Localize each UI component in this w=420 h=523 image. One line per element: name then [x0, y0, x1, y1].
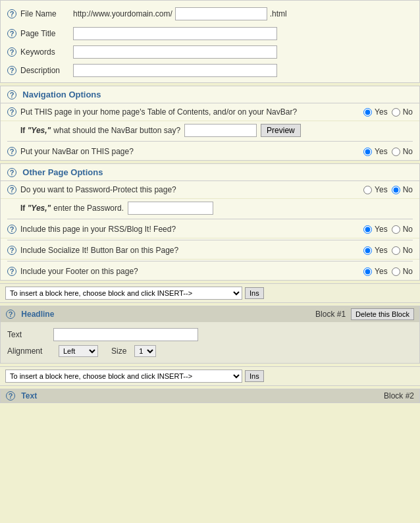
footer-yes-label[interactable]: Yes — [363, 267, 388, 276]
rss-no-text: No — [403, 225, 413, 234]
page-title-help-icon[interactable]: ? — [7, 29, 16, 38]
insert-block-1-select[interactable]: To insert a block here, choose block and… — [5, 287, 242, 300]
nav-help-icon[interactable]: ? — [7, 90, 16, 99]
block-2-number: Block #2 — [384, 391, 414, 400]
keywords-input[interactable] — [73, 45, 277, 59]
description-help-icon[interactable]: ? — [7, 66, 16, 75]
rss-help-icon[interactable]: ? — [7, 225, 16, 234]
socialize-yes-text: Yes — [375, 246, 388, 255]
password-input[interactable] — [128, 202, 213, 215]
insert-block-2-button[interactable]: Ins — [245, 370, 264, 382]
alignment-label: Alignment — [7, 346, 53, 356]
password-no-label[interactable]: No — [392, 185, 413, 194]
password-yes-text: Yes — [375, 185, 388, 194]
size-label: Size — [111, 346, 126, 356]
insert-block-1-row: To insert a block here, choose block and… — [0, 283, 420, 303]
toc-yes-radio[interactable] — [363, 108, 372, 117]
footer-no-radio[interactable] — [392, 267, 400, 276]
headline-text-label: Text — [7, 330, 53, 339]
page-title-label: Page Title — [20, 29, 73, 38]
footer-yes-text: Yes — [375, 267, 388, 276]
text-alignment-row: Alignment Left Center Right Size 1 2 3 4… — [7, 343, 413, 359]
socialize-no-text: No — [403, 246, 413, 255]
toc-help-icon[interactable]: ? — [7, 107, 16, 117]
navbar-no-text: No — [403, 147, 413, 156]
navbar-yes-radio[interactable] — [363, 148, 372, 156]
toc-yes-label[interactable]: Yes — [363, 107, 388, 117]
navbar-button-text-input[interactable] — [184, 124, 257, 137]
description-input[interactable] — [73, 64, 277, 77]
description-label: Description — [20, 66, 73, 75]
password-help-icon[interactable]: ? — [7, 185, 16, 194]
password-no-text: No — [403, 185, 413, 194]
password-if-label: If "Yes," — [20, 204, 51, 213]
rss-no-radio[interactable] — [392, 225, 400, 234]
size-select[interactable]: 1 2 3 4 5 6 — [134, 345, 156, 357]
delete-block-1-button[interactable]: Delete this Block — [351, 308, 414, 320]
toc-yes-text: Yes — [375, 107, 388, 117]
text-block-help-icon[interactable]: ? — [6, 391, 15, 400]
file-name-input[interactable] — [175, 7, 267, 20]
rss-yes-label[interactable]: Yes — [363, 225, 388, 234]
password-yes-radio[interactable] — [363, 186, 372, 194]
page-title-input[interactable] — [73, 27, 277, 40]
socialize-help-icon[interactable]: ? — [7, 246, 16, 255]
toc-no-radio[interactable] — [392, 108, 400, 117]
file-name-help-icon[interactable]: ? — [7, 9, 16, 18]
footer-no-label[interactable]: No — [392, 267, 413, 276]
password-question: Do you want to Password-Protect this pag… — [20, 185, 363, 194]
toc-no-label[interactable]: No — [392, 107, 413, 117]
alignment-select[interactable]: Left Center Right — [59, 345, 98, 357]
file-name-label: File Name — [20, 9, 73, 18]
other-help-icon[interactable]: ? — [7, 168, 16, 177]
footer-no-text: No — [403, 267, 413, 276]
socialize-no-label[interactable]: No — [392, 246, 413, 255]
insert-block-2-select[interactable]: To insert a block here, choose block and… — [5, 370, 242, 383]
navbar-no-radio[interactable] — [392, 148, 400, 156]
headline-block-title: ? Headline — [6, 310, 54, 319]
headline-title-text: Headline — [21, 310, 54, 319]
insert-block-1-button[interactable]: Ins — [245, 287, 264, 299]
keywords-label: Keywords — [20, 47, 73, 57]
navbar-if-label: If "Yes," — [20, 126, 51, 135]
footer-yes-radio[interactable] — [363, 267, 372, 276]
nav-title: Navigation Options — [22, 90, 101, 99]
file-name-suffix: .html — [270, 9, 287, 18]
file-name-prefix: http://www.yourdomain.com/ — [73, 9, 172, 18]
navbar-yes-label[interactable]: Yes — [363, 147, 388, 156]
headline-help-icon[interactable]: ? — [6, 310, 15, 319]
insert-block-2-row: To insert a block here, choose block and… — [0, 366, 420, 386]
footer-question: Include your Footer on this page? — [20, 267, 363, 276]
socialize-yes-label[interactable]: Yes — [363, 246, 388, 255]
socialize-yes-radio[interactable] — [363, 246, 372, 255]
navbar-page-help-icon[interactable]: ? — [7, 147, 16, 156]
navbar-yes-text: Yes — [375, 147, 388, 156]
toc-question: Put THIS page in your home page's Table … — [20, 107, 363, 117]
block-1-number: Block #1 — [315, 310, 346, 319]
socialize-no-radio[interactable] — [392, 246, 400, 255]
headline-block-header: ? Headline Block #1 Delete this Block — [1, 306, 419, 322]
preview-button[interactable]: Preview — [261, 124, 301, 137]
navbar-no-label[interactable]: No — [392, 147, 413, 156]
text-block-header: ? Text Block #2 — [1, 389, 419, 402]
navbar-page-question: Put your NavBar on THIS page? — [20, 147, 363, 156]
rss-yes-radio[interactable] — [363, 225, 372, 234]
rss-question: Include this page in your RSS/Blog It! F… — [20, 225, 363, 234]
text-block-title-text: Text — [21, 391, 37, 400]
password-yes-label[interactable]: Yes — [363, 185, 388, 194]
footer-help-icon[interactable]: ? — [7, 267, 16, 276]
rss-no-label[interactable]: No — [392, 225, 413, 234]
rss-yes-text: Yes — [375, 225, 388, 234]
keywords-help-icon[interactable]: ? — [7, 47, 16, 57]
other-title: Other Page Options — [22, 167, 103, 177]
headline-text-input[interactable] — [53, 328, 198, 341]
navbar-prompt-text: what should the NavBar button say? — [53, 126, 180, 135]
password-no-radio[interactable] — [392, 186, 400, 194]
socialize-question: Include Socialize It! Button Bar on this… — [20, 246, 363, 255]
toc-no-text: No — [403, 107, 413, 117]
password-prompt-text: enter the Password. — [53, 204, 124, 213]
